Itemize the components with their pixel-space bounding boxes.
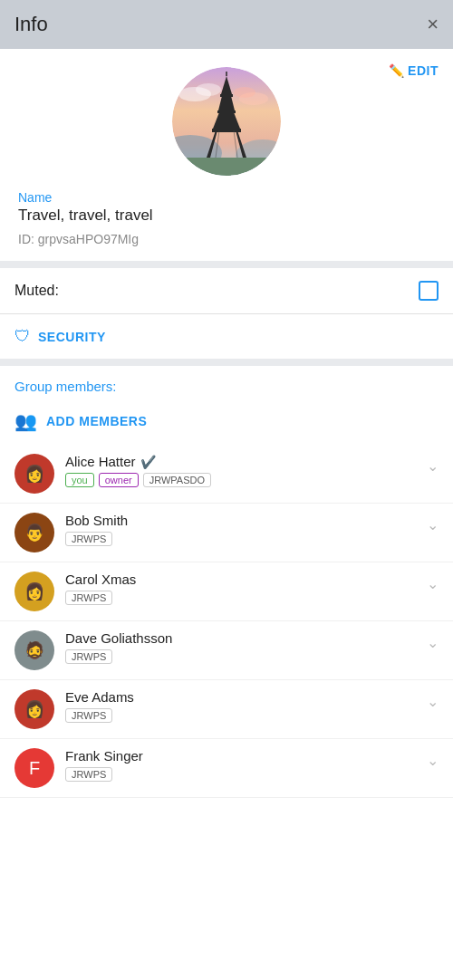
member-name-row: Eve Adams (65, 689, 416, 705)
name-label: Name (18, 190, 435, 205)
edit-icon: ✏️ (389, 63, 405, 78)
chevron-down-icon: ⌄ (427, 516, 439, 533)
add-members-icon: 👥 (14, 410, 37, 432)
group-name: Travel, travel, travel (18, 207, 435, 225)
member-tags: JRWPS (65, 767, 416, 782)
section-divider-2 (0, 359, 453, 366)
member-avatar: 👩 (14, 454, 54, 494)
add-members-label: ADD MEMBERS (46, 414, 147, 428)
security-icon: 🛡 (14, 327, 31, 346)
member-name-row: Bob Smith (65, 513, 416, 528)
member-avatar: 🧔 (14, 630, 54, 670)
member-tag: owner (99, 473, 139, 487)
member-avatar: 👩 (14, 572, 54, 611)
id-value: grpvsaHPO97MIg (38, 232, 139, 246)
svg-point-5 (234, 87, 255, 98)
muted-checkbox[interactable] (419, 281, 439, 301)
member-name: Frank Singer (65, 748, 143, 764)
id-label: ID: (18, 232, 34, 246)
member-tag: you (65, 473, 94, 487)
profile-info: Name Travel, travel, travel ID: grpvsaHP… (14, 190, 439, 246)
svg-rect-13 (217, 110, 236, 113)
chevron-down-icon: ⌄ (427, 693, 439, 710)
member-name: Carol Xmas (65, 572, 136, 587)
svg-point-3 (196, 83, 221, 96)
member-tags: JRWPS (65, 591, 416, 605)
edit-label: EDIT (408, 63, 439, 78)
member-tag: JRWPS (65, 649, 112, 664)
verified-badge: ✔️ (140, 455, 156, 469)
add-members-row[interactable]: 👥 ADD MEMBERS (0, 401, 453, 445)
group-avatar (172, 67, 281, 176)
member-tags: youownerJRWPASDO (65, 473, 416, 487)
chevron-down-icon: ⌄ (427, 575, 439, 592)
member-avatar: 👩 (14, 689, 54, 729)
member-name: Dave Goliathsson (65, 630, 172, 646)
header-title: Info (14, 13, 48, 36)
member-tags: JRWPS (65, 649, 416, 664)
svg-rect-15 (220, 94, 233, 97)
member-info: Carol Xmas JRWPS (65, 572, 416, 605)
group-members-label: Group members: (0, 366, 453, 401)
member-name-row: Dave Goliathsson (65, 630, 416, 646)
member-tags: JRWPS (65, 708, 416, 723)
chevron-down-icon: ⌄ (427, 457, 439, 475)
chevron-down-icon: ⌄ (427, 634, 439, 651)
member-tag: JRWPASDO (143, 473, 211, 487)
member-row[interactable]: 👨 Bob Smith JRWPS ⌄ (0, 504, 453, 562)
close-button[interactable]: × (427, 14, 439, 34)
member-list: 👩 Alice Hatter ✔️ youownerJRWPASDO ⌄ 👨 B… (0, 445, 453, 798)
member-tags: JRWPS (65, 532, 416, 546)
header: Info × (0, 0, 453, 49)
member-tag: JRWPS (65, 708, 112, 723)
member-info: Eve Adams JRWPS (65, 689, 416, 723)
member-avatar: 👨 (14, 513, 54, 552)
profile-section: ✏️ EDIT (0, 49, 453, 261)
member-name: Eve Adams (65, 689, 134, 705)
section-divider-1 (0, 261, 453, 268)
member-row[interactable]: 👩 Alice Hatter ✔️ youownerJRWPASDO ⌄ (0, 445, 453, 504)
member-row[interactable]: 👩 Carol Xmas JRWPS ⌄ (0, 562, 453, 621)
member-name-row: Alice Hatter ✔️ (65, 454, 416, 469)
member-row[interactable]: 🧔 Dave Goliathsson JRWPS ⌄ (0, 621, 453, 680)
member-tag: JRWPS (65, 591, 112, 605)
member-info: Bob Smith JRWPS (65, 513, 416, 546)
svg-rect-11 (212, 129, 241, 132)
member-name: Bob Smith (65, 513, 128, 528)
member-info: Alice Hatter ✔️ youownerJRWPASDO (65, 454, 416, 487)
member-avatar: F (14, 748, 54, 788)
member-tag: JRWPS (65, 767, 112, 782)
member-info: Dave Goliathsson JRWPS (65, 630, 416, 664)
member-name-row: Frank Singer (65, 748, 416, 764)
svg-rect-8 (172, 158, 281, 176)
group-id: ID: grpvsaHPO97MIg (18, 232, 435, 246)
member-row[interactable]: F Frank Singer JRWPS ⌄ (0, 739, 453, 798)
member-name: Alice Hatter (65, 454, 136, 469)
chevron-down-icon: ⌄ (427, 752, 439, 769)
security-row[interactable]: 🛡 SECURITY (0, 314, 453, 359)
member-tag: JRWPS (65, 532, 112, 546)
member-name-row: Carol Xmas (65, 572, 416, 587)
member-info: Frank Singer JRWPS (65, 748, 416, 782)
edit-button[interactable]: ✏️ EDIT (389, 63, 439, 78)
member-row[interactable]: 👩 Eve Adams JRWPS ⌄ (0, 680, 453, 739)
muted-row: Muted: (0, 268, 453, 313)
security-label: SECURITY (38, 330, 106, 344)
muted-label: Muted: (14, 283, 59, 299)
